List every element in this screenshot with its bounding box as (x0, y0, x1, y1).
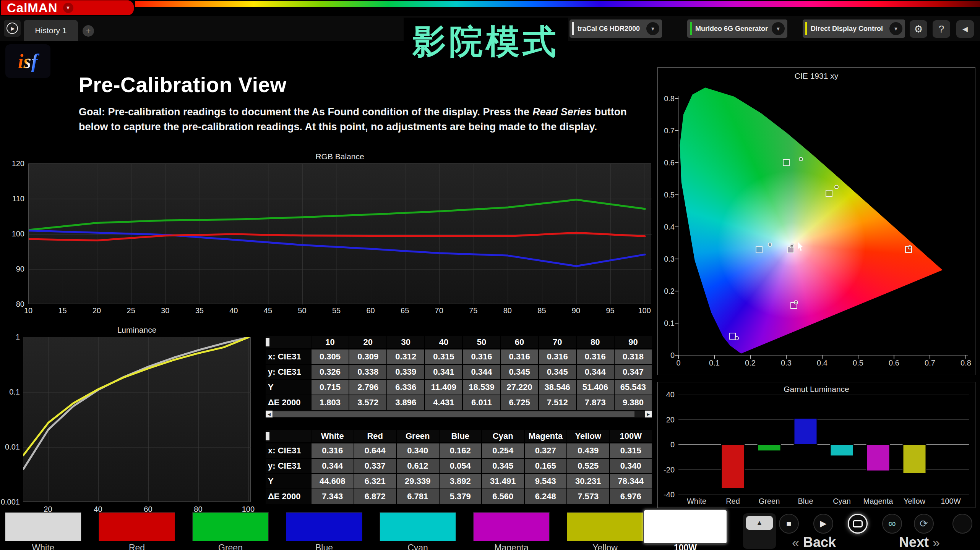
scrollbar-track[interactable] (273, 411, 645, 417)
table-cell: 0.340 (397, 443, 439, 458)
grayscale-table: 102030405060708090x: CIE310.3050.3090.31… (266, 336, 652, 411)
x-tick-label: 0.4 (817, 359, 827, 367)
rgb-balance-chart: RGB Balance 1201101009080 10152025303540… (11, 151, 657, 321)
table-cell: 11.409 (425, 380, 462, 395)
table-cell: 0.644 (354, 443, 396, 458)
calman-logo-badge[interactable]: CalMAN ▼ (1, 0, 134, 15)
table-cell: 0.344 (312, 459, 354, 473)
meter-dropdown-icon[interactable]: ▼ (646, 22, 659, 35)
x-tick-label: 0.1 (709, 359, 720, 367)
color-table: WhiteRedGreenBlueCyanMagentaYellow100Wx:… (266, 430, 652, 505)
swatch-yellow[interactable] (567, 512, 643, 541)
table-cell: 0.439 (567, 443, 609, 458)
tab-nav-button[interactable]: ▶ (4, 20, 21, 37)
table-cell: 0.345 (539, 365, 576, 379)
swatch-100w[interactable] (644, 510, 727, 544)
scroll-left-button[interactable]: ◀ (266, 411, 273, 417)
display-control-dropdown[interactable]: Direct Display Control ▼ (803, 19, 905, 38)
rgb-balance-plot (28, 163, 651, 304)
x-tick-mark (930, 355, 930, 359)
control-status (805, 22, 807, 35)
rainbow-strip (135, 1, 980, 7)
table-cell: 0.345 (501, 365, 538, 379)
swatch-white[interactable] (5, 512, 81, 541)
table-row: Y0.7152.7966.33611.40918.53927.22038.546… (266, 380, 652, 395)
grayscale-table-scrollbar[interactable]: ◀ ▶ (266, 411, 652, 417)
swatch-red[interactable] (99, 512, 175, 541)
control-dropdown-icon[interactable]: ▼ (889, 22, 902, 35)
settings-button[interactable]: ⚙ (910, 20, 927, 38)
bar-blue (794, 418, 817, 445)
column-header: 50 (463, 336, 500, 348)
table-cell: 6.248 (525, 489, 567, 504)
table-row: x: CIE310.3050.3090.3120.3150.3160.3160.… (266, 349, 652, 364)
x-tick-label: 90 (572, 306, 580, 315)
table-cell: 30.231 (567, 474, 609, 489)
table-cell: 6.011 (463, 395, 500, 410)
x-tick-label: 0.3 (781, 359, 792, 367)
tab-history-1[interactable]: History 1 (24, 20, 78, 41)
generator-dropdown[interactable]: Murideo 6G Generator ▼ (687, 19, 787, 38)
table-cell: 0.339 (387, 365, 424, 379)
measured-marker-green (799, 157, 803, 161)
swatch-blue[interactable] (286, 512, 362, 541)
x-tick-label: 85 (537, 306, 546, 315)
x-tick-mark (822, 355, 823, 359)
help-button[interactable]: ? (933, 20, 950, 38)
back-button[interactable]: « Back (792, 534, 836, 550)
generator-status (690, 22, 692, 35)
y-tick-label: 80 (16, 300, 24, 309)
table-cell: 7.873 (577, 395, 614, 410)
table-cell: 0.316 (463, 349, 500, 364)
continuous-read-button[interactable]: ∞ (882, 514, 902, 534)
table-cell: 65.543 (615, 380, 652, 395)
table-cell: 6.976 (610, 489, 652, 504)
add-tab-button[interactable]: + (83, 25, 94, 37)
scroll-up-button[interactable]: ▲ (746, 516, 773, 530)
loop-icon: ⟳ (920, 518, 928, 530)
table-cell: 0.316 (501, 349, 538, 364)
table-cell: 0.318 (615, 349, 652, 364)
scroll-panel: ▲ (743, 513, 776, 549)
scroll-right-button[interactable]: ▶ (645, 411, 652, 417)
x-tick-mark (714, 355, 715, 359)
x-tick-label: 40 (229, 306, 238, 315)
gear-icon: ⚙ (914, 23, 923, 35)
stop-button[interactable]: ■ (779, 514, 799, 534)
bar-cyan (831, 445, 853, 456)
read-series-button[interactable] (848, 514, 868, 534)
play-button[interactable]: ▶ (813, 514, 833, 534)
collapse-button[interactable]: ◀ (956, 20, 974, 38)
x-tick-label: 65 (401, 306, 409, 315)
back-arrow-icon: « (792, 535, 799, 550)
y-tick-label: 0.7 (658, 126, 675, 135)
y-tick-label: 110 (12, 194, 24, 203)
meter-dropdown[interactable]: traCal C6 HDR2000 ▼ (570, 19, 662, 38)
bar-magenta (867, 445, 890, 471)
table-cell: 9.543 (525, 474, 567, 489)
logo-dropdown-icon[interactable]: ▼ (63, 3, 73, 13)
table-cell: 0.315 (425, 349, 462, 364)
meter-label: traCal C6 HDR2000 (578, 25, 640, 33)
x-tick-label: 0.8 (961, 359, 971, 367)
x-tick-label: 60 (366, 306, 375, 315)
table-cell: 4.431 (425, 395, 462, 410)
isf-logo: isf (5, 44, 50, 78)
y-tick-label: 40 (658, 390, 675, 399)
swatch-green[interactable] (192, 512, 269, 541)
table-cell: 0.316 (577, 349, 614, 364)
x-tick-mark (965, 355, 966, 359)
swatch-cyan[interactable] (380, 512, 456, 541)
next-button[interactable]: Next » (899, 534, 940, 550)
generator-dropdown-icon[interactable]: ▼ (772, 22, 785, 35)
y-tick-label: 0.5 (658, 191, 675, 199)
loop-button[interactable]: ⟳ (914, 514, 934, 534)
extra-button[interactable] (952, 514, 972, 534)
scrollbar-thumb[interactable] (273, 411, 634, 417)
y-tick-mark (675, 98, 678, 99)
y-tick-label: 0.1 (9, 388, 20, 396)
table-cell: 0.254 (482, 443, 524, 458)
x-tick-label: 70 (435, 306, 443, 315)
y-tick-label: 0.1 (658, 319, 675, 328)
swatch-magenta[interactable] (473, 512, 550, 541)
